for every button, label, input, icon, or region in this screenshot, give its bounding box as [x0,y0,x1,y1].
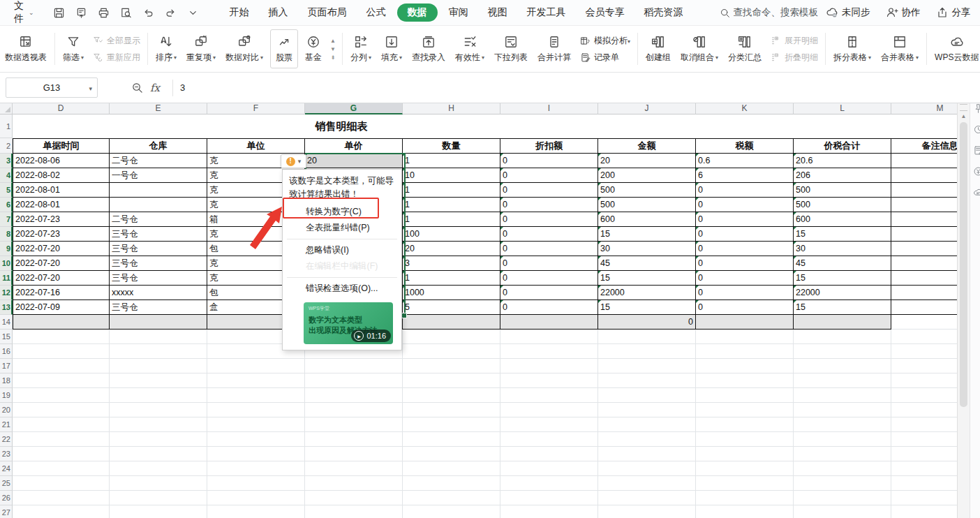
cell-G22[interactable] [305,432,403,447]
ribbon-button-WPS云数据[interactable]: WPS云数据 [930,29,980,69]
cell-M10[interactable] [891,256,957,271]
cell-J19[interactable] [598,388,696,403]
cell-F25[interactable] [207,476,305,491]
row-header-18[interactable]: 18 [0,373,13,388]
cell-J22[interactable] [598,432,696,447]
sync-status-button[interactable]: 未同步 [826,6,870,19]
cell-K23[interactable] [696,447,794,461]
cell-H23[interactable] [403,447,500,461]
cell-M16[interactable] [891,344,957,359]
output-button[interactable] [73,3,91,22]
cell-H20[interactable] [403,403,500,417]
row-header-6[interactable]: 6 [0,198,13,212]
cell-I13[interactable]: 0 [500,300,598,315]
ribbon-button-有效性[interactable]: 有效性▾ [450,29,489,69]
cell-J5[interactable]: 500 [598,183,696,198]
header-cell-D[interactable]: 单据时间 [13,138,110,154]
row-header-12[interactable]: 12 [0,286,13,300]
cell-D24[interactable] [13,461,110,476]
ribbon-button-分类汇总[interactable]: 分类汇总 [723,29,766,69]
right-panel-icon[interactable] [973,187,980,198]
cell-D5[interactable]: 2022-08-01 [13,183,110,198]
cell-G19[interactable] [305,388,403,403]
ribbon-button-分列[interactable]: 分列▾ [346,29,376,69]
row-header-27[interactable]: 27 [0,505,13,518]
cell-E25[interactable] [110,476,207,491]
menu-tab-4[interactable]: 公式 [358,4,394,21]
row-header-17[interactable]: 17 [0,359,13,373]
gallery-scroll-buttons[interactable]: ▲▼⇟ [327,38,339,61]
cell-D20[interactable] [13,403,110,417]
cell-J16[interactable] [598,344,696,359]
cell-K11[interactable]: 0 [696,271,794,286]
cell-D8[interactable]: 2022-07-23 [13,227,110,242]
row-header-9[interactable]: 9 [0,242,13,256]
cell-E17[interactable] [110,359,207,373]
cell-J10[interactable]: 45 [598,256,696,271]
cell-D17[interactable] [13,359,110,373]
cell-H18[interactable] [403,373,500,388]
menu-tab-6[interactable]: 审阅 [440,4,477,21]
cell-H13[interactable]: 5 [403,300,500,315]
cell-M5[interactable] [891,183,957,198]
menu-tab-8[interactable]: 开发工具 [519,4,574,21]
cell-G20[interactable] [305,403,403,417]
right-panel-icon[interactable] [973,124,980,135]
header-cell-K[interactable]: 税额 [696,138,794,154]
cell-M8[interactable] [891,227,957,242]
cell-K12[interactable]: 0 [696,286,794,300]
cell-I23[interactable] [500,447,598,461]
cell-K20[interactable] [696,403,794,417]
cell-I5[interactable]: 0 [500,183,598,198]
cell-F26[interactable] [207,491,305,505]
cell-D13[interactable]: 2022-07-09 [13,300,110,315]
cell-I8[interactable]: 0 [500,227,598,242]
cell-L11[interactable]: 15 [794,271,891,286]
collaborate-button[interactable]: 协作 [886,6,921,19]
ribbon-button-基金[interactable]: 基金 [300,29,327,69]
cell-D16[interactable] [13,344,110,359]
cell-D10[interactable]: 2022-07-20 [13,256,110,271]
cell-L13[interactable]: 15 [794,300,891,315]
cell-L8[interactable]: 15 [794,227,891,242]
cell-G27[interactable] [305,505,403,518]
cell-K19[interactable] [696,388,794,403]
cell-L9[interactable]: 30 [794,242,891,256]
cell-D12[interactable]: 2022-07-16 [13,286,110,300]
cell-L23[interactable] [794,447,891,461]
ribbon-button-股票[interactable]: 股票 [270,29,298,68]
right-panel-icon[interactable] [973,145,980,156]
cell-L5[interactable]: 500 [794,183,891,198]
ribbon-button-查找录入[interactable]: 查找录入 [407,29,450,69]
undo-button[interactable] [140,3,158,22]
row-header-26[interactable]: 26 [0,491,13,505]
menu-tab-2[interactable]: 插入 [260,4,297,21]
row-header-21[interactable]: 21 [0,417,13,432]
cell-J24[interactable] [598,461,696,476]
cell-M23[interactable] [891,447,957,461]
cell-H22[interactable] [403,432,500,447]
cell-E4[interactable]: 一号仓 [110,168,207,183]
cell-D9[interactable]: 2022-07-20 [13,242,110,256]
redo-button[interactable] [162,3,180,22]
cell-J18[interactable] [598,373,696,388]
cell-J3[interactable]: 20 [598,154,696,168]
row-header-25[interactable]: 25 [0,476,13,491]
cell-J8[interactable]: 15 [598,227,696,242]
cell-E14[interactable] [110,315,207,330]
cell-J6[interactable]: 500 [598,198,696,212]
cell-M20[interactable] [891,403,957,417]
cell-M26[interactable] [891,491,957,505]
cell-I10[interactable]: 0 [500,256,598,271]
cell-M24[interactable] [891,461,957,476]
cell-M9[interactable] [891,242,957,256]
cell-K13[interactable]: 0 [696,300,794,315]
cell-J12[interactable]: 22000 [598,286,696,300]
cell-I11[interactable]: 0 [500,271,598,286]
cell-H19[interactable] [403,388,500,403]
menu-tab-9[interactable]: 会员专享 [577,4,633,21]
save-button[interactable] [50,3,68,22]
cell-H10[interactable]: 3 [403,256,500,271]
cell-K7[interactable]: 0 [696,212,794,227]
cell-M13[interactable] [891,300,957,315]
